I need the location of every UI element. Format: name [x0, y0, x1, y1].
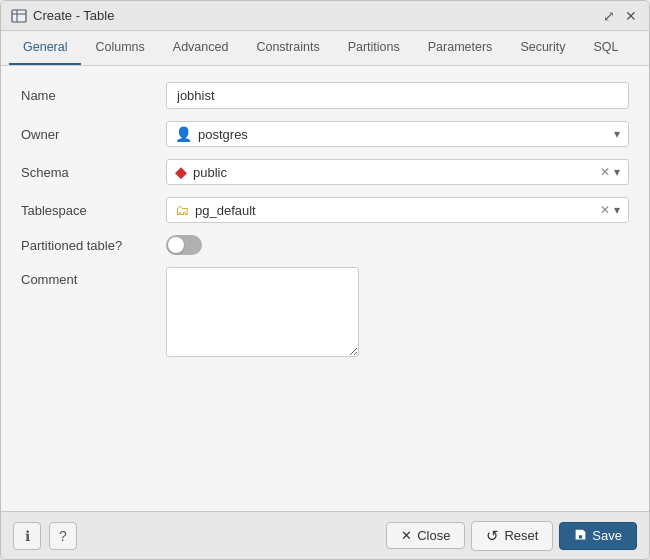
form-content: Name Owner 👤 postgres ▾ Schema [1, 66, 649, 511]
schema-clear-icon[interactable]: ✕ [600, 165, 610, 179]
schema-control: public ✕ ▾ [166, 159, 629, 185]
toggle-wrapper [166, 235, 629, 255]
tablespace-dropdown-icon[interactable]: ▾ [614, 203, 620, 217]
reset-label: Reset [504, 528, 538, 543]
schema-actions: ✕ ▾ [600, 165, 620, 179]
partitioned-row: Partitioned table? [21, 235, 629, 255]
tablespace-clear-icon[interactable]: ✕ [600, 203, 610, 217]
tab-partitions[interactable]: Partitions [334, 31, 414, 65]
info-button[interactable]: ℹ [13, 522, 41, 550]
comment-textarea[interactable] [166, 267, 359, 357]
help-icon: ? [59, 528, 67, 544]
tab-bar: General Columns Advanced Constraints Par… [1, 31, 649, 66]
tab-advanced[interactable]: Advanced [159, 31, 243, 65]
footer-left: ℹ ? [13, 522, 77, 550]
tablespace-row: Tablespace 🗂 pg_default ✕ ▾ [21, 197, 629, 223]
create-table-dialog: Create - Table ⤢ ✕ General Columns Advan… [0, 0, 650, 560]
help-button[interactable]: ? [49, 522, 77, 550]
schema-select[interactable]: public ✕ ▾ [166, 159, 629, 185]
toggle-knob [168, 237, 184, 253]
close-label: Close [417, 528, 450, 543]
tablespace-control: 🗂 pg_default ✕ ▾ [166, 197, 629, 223]
owner-value: postgres [198, 127, 614, 142]
partitioned-toggle[interactable] [166, 235, 202, 255]
tablespace-value: pg_default [195, 203, 600, 218]
schema-row: Schema public ✕ ▾ [21, 159, 629, 185]
tablespace-actions: ✕ ▾ [600, 203, 620, 217]
name-input[interactable] [166, 82, 629, 109]
footer-right: ✕ Close ↺ Reset Save [386, 521, 637, 551]
name-row: Name [21, 82, 629, 109]
schema-label: Schema [21, 165, 166, 180]
folder-icon: 🗂 [175, 202, 189, 218]
owner-row: Owner 👤 postgres ▾ [21, 121, 629, 147]
schema-dropdown-icon[interactable]: ▾ [614, 165, 620, 179]
svg-rect-0 [12, 10, 26, 22]
partitioned-label: Partitioned table? [21, 238, 166, 253]
save-icon [574, 528, 587, 544]
tab-general[interactable]: General [9, 31, 81, 65]
comment-row: Comment [21, 267, 629, 360]
name-label: Name [21, 88, 166, 103]
tablespace-label: Tablespace [21, 203, 166, 218]
tab-sql[interactable]: SQL [580, 31, 633, 65]
owner-control: 👤 postgres ▾ [166, 121, 629, 147]
name-control [166, 82, 629, 109]
owner-actions: ▾ [614, 127, 620, 141]
tab-security[interactable]: Security [506, 31, 579, 65]
titlebar-controls: ⤢ ✕ [601, 9, 639, 23]
close-button[interactable]: ✕ Close [386, 522, 465, 549]
comment-label: Comment [21, 267, 166, 287]
reset-button[interactable]: ↺ Reset [471, 521, 553, 551]
reset-icon: ↺ [486, 527, 499, 545]
titlebar-left: Create - Table [11, 8, 114, 24]
tablespace-select[interactable]: 🗂 pg_default ✕ ▾ [166, 197, 629, 223]
partitioned-control [166, 235, 629, 255]
tab-constraints[interactable]: Constraints [242, 31, 333, 65]
owner-dropdown-icon[interactable]: ▾ [614, 127, 620, 141]
schema-icon [175, 164, 187, 180]
info-icon: ℹ [25, 528, 30, 544]
titlebar: Create - Table ⤢ ✕ [1, 1, 649, 31]
close-icon: ✕ [401, 528, 412, 543]
table-icon [11, 8, 27, 24]
save-label: Save [592, 528, 622, 543]
schema-value: public [193, 165, 600, 180]
user-icon: 👤 [175, 126, 192, 142]
comment-control [166, 267, 629, 360]
tab-columns[interactable]: Columns [81, 31, 158, 65]
owner-select[interactable]: 👤 postgres ▾ [166, 121, 629, 147]
footer: ℹ ? ✕ Close ↺ Reset Save [1, 511, 649, 559]
close-button[interactable]: ✕ [623, 9, 639, 23]
tab-parameters[interactable]: Parameters [414, 31, 507, 65]
window-title: Create - Table [33, 8, 114, 23]
expand-button[interactable]: ⤢ [601, 9, 617, 23]
owner-label: Owner [21, 127, 166, 142]
save-button[interactable]: Save [559, 522, 637, 550]
